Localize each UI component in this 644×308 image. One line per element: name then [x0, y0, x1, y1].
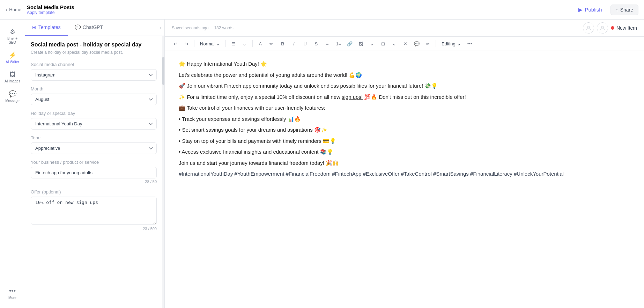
highlight-button[interactable]: ✏ — [267, 39, 276, 49]
apply-template-link[interactable]: Apply template — [27, 10, 74, 15]
editing-select[interactable]: Editing ⌄ — [439, 40, 464, 48]
publish-button[interactable]: ▶ Publish — [574, 5, 606, 15]
sidebar-item-ai-images[interactable]: 🖼 AI Images — [2, 68, 23, 86]
edit-button[interactable]: ✏ — [423, 39, 433, 49]
toolbar-divider-2 — [225, 40, 226, 47]
table-chevron[interactable]: ⌄ — [390, 39, 399, 49]
top-bar: ‹ Home Social Media Posts Apply template… — [0, 0, 644, 20]
field-label-tone: Tone — [31, 135, 157, 140]
new-item-button[interactable]: New Item — [611, 25, 637, 31]
image-chevron[interactable]: ⌄ — [367, 39, 377, 49]
table-button[interactable]: ⊞ — [378, 39, 388, 49]
comment-button[interactable]: 💬 — [412, 39, 422, 49]
field-label-holiday: Holiday or special day — [31, 111, 157, 116]
strikethrough-button[interactable]: S — [311, 39, 321, 49]
home-link[interactable]: ‹ Home — [6, 7, 21, 12]
link-button[interactable]: 🔗 — [345, 39, 355, 49]
message-icon: 💬 — [9, 90, 16, 98]
editor-meta-right: New Item — [583, 22, 637, 34]
business-input[interactable] — [31, 167, 157, 178]
undo-button[interactable]: ↩ — [170, 39, 180, 49]
format-value: Normal — [200, 41, 215, 46]
toolbar-divider-3 — [252, 40, 253, 47]
sidebar-item-more[interactable]: ••• More — [2, 285, 23, 302]
channel-select[interactable]: Instagram Facebook Twitter LinkedIn — [31, 69, 157, 81]
publish-label: Publish — [585, 7, 602, 13]
editing-chevron-icon: ⌄ — [457, 41, 461, 46]
align-chevron[interactable]: ⌄ — [240, 39, 250, 49]
new-item-label: New Item — [616, 25, 637, 31]
editor-line-1: 🌟 Happy International Youth Day! 🌟 — [179, 59, 630, 68]
top-bar-left: ‹ Home Social Media Posts Apply template — [6, 4, 74, 15]
field-group-holiday: Holiday or special day International You… — [31, 111, 157, 130]
editor-bullet-4: • Access exclusive financial insights an… — [179, 147, 630, 156]
sidebar-item-label-ai-images: AI Images — [5, 79, 20, 83]
field-group-offer: Offer (optional) 10% off on new sign ups… — [31, 189, 157, 231]
sidebar-item-message[interactable]: 💬 Message — [2, 87, 23, 105]
editor-line-6: Join us and start your journey towards f… — [179, 159, 630, 168]
sidebar-item-ai-writer[interactable]: ⚡ AI Writer — [2, 49, 23, 67]
underline-button[interactable]: U — [300, 39, 310, 49]
field-label-business: Your business / product or service — [31, 160, 157, 165]
redo-button[interactable]: ↪ — [182, 39, 191, 49]
sign-ups-link[interactable]: sign ups! — [342, 94, 363, 100]
editor-area: Saved seconds ago 132 words New Item ↩ ↪ — [165, 20, 644, 308]
clear-format-button[interactable]: ✕ — [401, 39, 410, 49]
brand-section: Social Media Posts Apply template — [27, 4, 74, 15]
editor-line-5: 💼 Take control of your finances with our… — [179, 103, 630, 112]
icon-sidebar: ⚙ Brief + SEO ⚡ AI Writer 🖼 AI Images 💬 … — [0, 20, 25, 308]
field-group-month: Month JanuaryFebruaryMarchApril MayJuneJ… — [31, 86, 157, 105]
editor-hashtags: #InternationalYouthDay #YouthEmpowerment… — [179, 169, 630, 178]
top-bar-right: ▶ Publish ↑ Share — [574, 5, 638, 15]
sidebar-item-label-brief-seo: Brief + SEO — [3, 37, 22, 44]
editor-content[interactable]: 🌟 Happy International Youth Day! 🌟 Let's… — [165, 51, 644, 308]
bold-button[interactable]: B — [278, 39, 288, 49]
holiday-select[interactable]: International Youth Day Christmas New Ye… — [31, 118, 157, 130]
month-select[interactable]: JanuaryFebruaryMarchApril MayJuneJulyAug… — [31, 94, 157, 105]
tab-chatgpt[interactable]: 💬 ChatGPT — [68, 20, 110, 36]
chatgpt-tab-icon: 💬 — [75, 24, 81, 30]
bullet-list-button[interactable]: ≡ — [323, 39, 332, 49]
italic-button[interactable]: I — [289, 39, 299, 49]
image-button[interactable]: 🖼 — [356, 39, 366, 49]
chatgpt-tab-label: ChatGPT — [83, 24, 103, 30]
new-item-dot — [611, 26, 614, 30]
text-color-button[interactable]: A — [256, 39, 265, 49]
panel-scrollbar — [162, 36, 164, 308]
field-label-channel: Social media channel — [31, 62, 157, 67]
share-label: Share — [620, 7, 633, 13]
tone-select[interactable]: Appreciative Professional Casual — [31, 142, 157, 154]
panel-scrollbar-thumb — [162, 57, 164, 85]
saved-info: Saved seconds ago — [172, 25, 208, 30]
home-label: Home — [9, 7, 21, 12]
panel-tabs: ⊞ Templates 💬 ChatGPT ‹ — [25, 20, 164, 36]
offer-optional-label: (optional) — [42, 189, 61, 195]
ordered-list-button[interactable]: 1≡ — [334, 39, 343, 49]
editor-line-4: ✨ For a limited time only, enjoy a speci… — [179, 93, 630, 102]
sidebar-item-label-more: More — [8, 296, 16, 300]
offer-textarea[interactable]: 10% off on new sign ups — [31, 197, 157, 225]
editor-line-2: Let's celebrate the power and potential … — [179, 71, 630, 80]
sidebar-item-label-message: Message — [5, 99, 20, 103]
template-title: Social media post - holiday or special d… — [31, 42, 157, 48]
sidebar-item-label-ai-writer: AI Writer — [6, 60, 19, 64]
panel-scroll-area: Social media post - holiday or special d… — [25, 36, 162, 308]
format-select[interactable]: Normal ⌄ — [197, 40, 223, 48]
toolbar-divider-1 — [194, 40, 194, 47]
toolbar-divider-4 — [436, 40, 436, 47]
field-group-business: Your business / product or service 28 / … — [31, 160, 157, 184]
templates-tab-label: Templates — [38, 24, 61, 30]
share-button[interactable]: ↑ Share — [610, 5, 638, 15]
publish-icon: ▶ — [578, 7, 583, 13]
format-chevron-icon: ⌄ — [216, 41, 220, 46]
more-options-button[interactable]: ••• — [465, 39, 475, 49]
tab-templates[interactable]: ⊞ Templates — [25, 20, 68, 36]
field-group-tone: Tone Appreciative Professional Casual — [31, 135, 157, 154]
panel-collapse-button[interactable]: ‹ — [157, 22, 164, 33]
align-button[interactable]: ☰ — [229, 39, 238, 49]
sidebar-item-brief-seo[interactable]: ⚙ Brief + SEO — [2, 25, 23, 47]
word-count: 132 words — [214, 25, 233, 30]
share-icon: ↑ — [616, 7, 618, 13]
avatar-placeholder-2 — [597, 22, 608, 34]
editor-meta-bar: Saved seconds ago 132 words New Item — [165, 20, 644, 37]
